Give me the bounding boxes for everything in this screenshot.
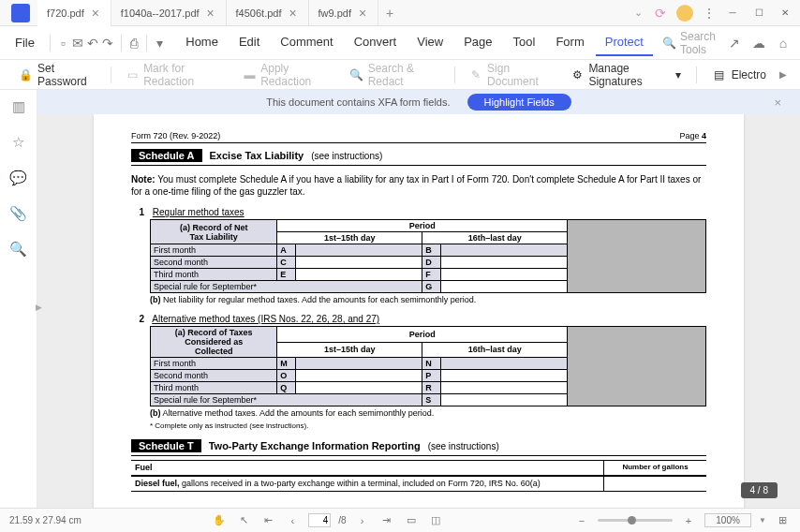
section-1: 1 Regular method taxes (a) Record of Net… [131,207,706,304]
first-page-icon[interactable]: ⇤ [259,512,276,529]
search-redact-button[interactable]: 🔍 Search & Redact [342,58,447,92]
save-icon[interactable]: ▫ [58,34,68,52]
mark-redaction-button[interactable]: ▭ Mark for Redaction [118,58,231,92]
menu-page[interactable]: Page [454,29,501,56]
tab-f720[interactable]: f720.pdf × [37,0,111,26]
diesel-value [603,477,706,491]
more-icon[interactable]: ⋮ [703,6,716,21]
manage-signatures-button[interactable]: ⚙ Manage Signatures ▾ [564,58,689,92]
label: Sign Document [487,62,553,88]
col-a-header: (a) Record of TaxesConsidered asCollecte… [151,327,277,358]
search-icon[interactable]: 🔍 [9,240,28,259]
close-icon[interactable]: × [357,7,368,19]
sec2-b: (b) Alternative method taxes. Add the am… [131,408,706,418]
maximize-button[interactable]: ☐ [748,4,770,22]
content-area: ▥ ☆ 💬 📎 🔍 ▶ This document contains XFA f… [0,90,800,508]
thumbnails-icon[interactable]: ▥ [9,97,28,116]
minimize-button[interactable]: ─ [721,4,744,22]
document-viewport[interactable]: This document contains XFA form fields. … [37,90,800,508]
separator [454,66,455,83]
next-page-icon[interactable]: › [354,512,371,529]
select-tool-icon[interactable]: ↖ [235,512,252,529]
fit-page-icon[interactable]: ▭ [403,512,420,529]
search-icon: 🔍 [662,37,676,50]
expand-icon[interactable]: ⌂ [774,34,793,52]
expand-sidebar-icon[interactable]: ▶ [36,299,45,316]
apply-redaction-button[interactable]: ▬ Apply Redaction [236,58,338,92]
zoom-value[interactable]: 100% [704,513,751,527]
electronic-button[interactable]: ▤ Electro [704,64,774,86]
regular-method-table: (a) Record of NetTax Liability Period 1s… [150,219,706,293]
col-1st15: 1st–15th day [277,232,422,244]
search-tools[interactable]: 🔍 Search Tools [657,30,721,56]
label: Set Password [37,62,96,88]
scroll-right-icon[interactable]: ▶ [778,69,789,80]
close-icon[interactable]: × [205,7,216,19]
section-number: 2 [131,314,144,324]
page-num: Page 4 [679,131,706,140]
share-icon[interactable]: ↗ [725,34,744,52]
menu-convert[interactable]: Convert [345,29,407,56]
zoom-in-icon[interactable]: + [680,512,697,529]
page-total: /8 [338,515,346,525]
menu-view[interactable]: View [407,29,452,56]
sync-icon[interactable]: ⟳ [652,5,669,22]
section-number: 1 [131,207,144,217]
close-icon[interactable]: × [288,7,299,19]
attachments-icon[interactable]: 📎 [9,204,28,223]
mail-icon[interactable]: ✉ [72,34,83,52]
menu-tool[interactable]: Tool [504,29,545,56]
cloud-icon[interactable]: ☁ [749,34,768,52]
xfa-notice-bar: This document contains XFA form fields. … [37,90,800,114]
separator [696,66,697,83]
col-16thlast: 16th–last day [422,342,568,358]
lock-icon: 🔒 [19,67,33,82]
prev-page-icon[interactable]: ‹ [284,512,301,529]
undo-icon[interactable]: ↶ [87,34,98,52]
print-icon[interactable]: ⎙ [128,34,139,52]
redo-icon[interactable]: ↷ [102,34,113,52]
app-icon[interactable] [11,4,30,22]
menu-bar: File ▫ ✉ ↶ ↷ ⎙ ▾ Home Edit Comment Conve… [0,26,800,60]
notification-icon[interactable] [676,5,693,22]
gear-icon: ⚙ [571,67,584,82]
file-menu[interactable]: File [7,32,42,53]
search-redact-icon: 🔍 [349,67,363,82]
set-password-button[interactable]: 🔒 Set Password [11,58,103,92]
status-bar: 21.59 x 27.94 cm ✋ ↖ ⇤ ‹ /8 › ⇥ ▭ ◫ − + … [0,508,800,532]
chevron-down-icon[interactable]: ⌄ [634,7,643,19]
last-page-icon[interactable]: ⇥ [378,512,395,529]
tab-fw9[interactable]: fw9.pdf × [309,0,378,26]
new-tab-button[interactable]: + [378,0,401,26]
fullscreen-icon[interactable]: ⊞ [774,512,791,529]
sign-document-button[interactable]: ✎ Sign Document [462,58,559,92]
close-icon[interactable]: × [774,96,781,110]
hand-tool-icon[interactable]: ✋ [211,512,228,529]
menu-edit[interactable]: Edit [230,29,269,56]
tab-f4506t[interactable]: f4506t.pdf × [227,0,309,26]
separator [50,35,51,52]
diesel-row: Diesel fuel, gallons received in a two-p… [131,476,706,492]
tab-f1040a[interactable]: f1040a--2017.pdf × [111,0,227,26]
menu-protect[interactable]: Protect [596,29,653,56]
bookmarks-icon[interactable]: ☆ [9,133,28,152]
chevron-down-icon[interactable]: ▼ [759,516,766,525]
zoom-thumb[interactable] [628,516,636,525]
menu-form[interactable]: Form [546,29,593,56]
zoom-controls: − + 100% ▼ ⊞ [573,512,791,529]
page-input[interactable] [308,513,331,527]
close-button[interactable]: ✕ [774,4,796,22]
zoom-slider[interactable] [598,519,673,522]
close-icon[interactable]: × [90,7,101,19]
schedule-tag: Schedule T [131,439,201,452]
menu-home[interactable]: Home [176,29,228,56]
menu-comment[interactable]: Comment [271,29,342,56]
zoom-out-icon[interactable]: − [573,512,590,529]
highlight-fields-button[interactable]: Highlight Fields [467,94,571,111]
comments-icon[interactable]: 💬 [9,169,28,187]
fit-width-icon[interactable]: ◫ [427,512,444,529]
gallons-header: Number of gallons [603,461,706,475]
mark-icon: ▭ [126,67,139,82]
header-right-icons: ↗ ☁ ⌂ [725,34,793,52]
bookmark-icon[interactable]: ▾ [155,34,165,52]
